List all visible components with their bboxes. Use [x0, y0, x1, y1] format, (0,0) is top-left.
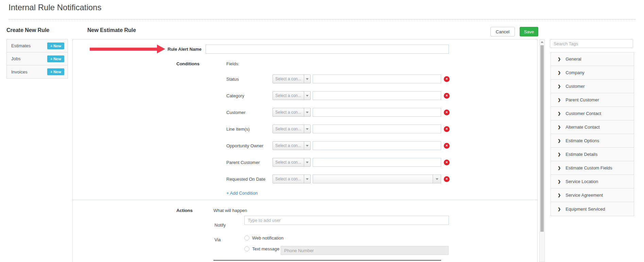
tag-group-parent-customer[interactable]: ❯ Parent Customer	[551, 93, 634, 107]
condition-operator-select[interactable]: Select a con...	[273, 125, 311, 133]
delete-condition-icon[interactable]: ✕	[444, 176, 450, 182]
conditions-rows: Status Select a con... ✕ Category Select…	[226, 75, 450, 191]
text-message-label: Text message	[252, 246, 279, 251]
new-invoice-rule-button[interactable]: + New	[47, 68, 64, 75]
delete-condition-icon[interactable]: ✕	[444, 110, 450, 115]
condition-row-requested-on-date: Requested On Date Select a con... ✕	[226, 175, 450, 183]
condition-row-line-items: Line Item(s) Select a con... ✕	[226, 125, 450, 133]
tag-group-label: Estimate Options	[565, 138, 599, 143]
scrollbar-up-arrow-icon[interactable]	[540, 39, 544, 45]
chevron-right-icon: ❯	[558, 193, 561, 197]
condition-value-input[interactable]	[313, 75, 441, 83]
tag-group-company[interactable]: ❯ Company	[551, 66, 634, 80]
tag-group-general[interactable]: ❯ General	[551, 52, 634, 66]
chevron-right-icon: ❯	[558, 179, 561, 184]
add-condition-link[interactable]: + Add Condition	[226, 191, 258, 196]
tag-group-label: Service Agreement	[565, 193, 603, 198]
condition-field-label: Line Item(s)	[226, 127, 273, 132]
chevron-right-icon: ❯	[558, 70, 561, 75]
tag-group-label: Customer Contact	[565, 111, 601, 116]
annotation-arrow-icon	[90, 45, 165, 53]
select-placeholder-text: Select a con...	[273, 75, 304, 83]
actions-description: What will happen	[213, 208, 247, 213]
delete-condition-icon[interactable]: ✕	[444, 160, 450, 165]
tag-group-estimate-options[interactable]: ❯ Estimate Options	[551, 134, 634, 148]
tag-group-equipment-serviced[interactable]: ❯ Equipment Serviced	[551, 202, 634, 216]
search-tags-input[interactable]	[550, 39, 633, 48]
dropdown-arrow-icon	[304, 158, 310, 166]
cancel-button[interactable]: Cancel	[490, 27, 515, 36]
tag-group-service-agreement[interactable]: ❯ Service Agreement	[551, 189, 634, 202]
tag-group-alternate-contact[interactable]: ❯ Alternate Contact	[551, 120, 634, 134]
select-placeholder-text: Select a con...	[273, 142, 304, 150]
dropdown-arrow-icon	[304, 125, 310, 133]
tag-group-estimate-custom-fields[interactable]: ❯ Estimate Custom Fields	[551, 161, 634, 175]
save-button[interactable]: Save	[520, 27, 538, 36]
condition-field-label: Customer	[226, 110, 273, 115]
new-job-rule-button[interactable]: + New	[47, 55, 64, 62]
condition-operator-select[interactable]: Select a con...	[273, 108, 311, 117]
condition-operator-select[interactable]: Select a con...	[273, 91, 311, 100]
condition-value-dropdown[interactable]	[313, 175, 441, 183]
page-title: Internal Rule Notifications	[8, 3, 101, 12]
tag-accordion-list: ❯ General ❯ Company ❯ Customer ❯ Parent …	[551, 52, 634, 216]
chevron-right-icon: ❯	[558, 166, 561, 170]
delete-condition-icon[interactable]: ✕	[444, 143, 450, 149]
chevron-right-icon: ❯	[558, 138, 561, 143]
scrollbar-thumb[interactable]	[540, 45, 544, 232]
dropdown-arrow-icon	[304, 142, 310, 150]
condition-value-input[interactable]	[313, 91, 441, 100]
delete-condition-icon[interactable]: ✕	[444, 126, 450, 132]
tag-group-estimate-details[interactable]: ❯ Estimate Details	[551, 148, 634, 161]
tag-group-label: Estimate Custom Fields	[565, 165, 612, 170]
delete-condition-icon[interactable]: ✕	[444, 93, 450, 99]
panel-scrollbar[interactable]	[539, 39, 545, 262]
rule-alert-name-input[interactable]	[206, 45, 449, 54]
rule-form-panel: Rule Alert Name Conditions Fields: Statu…	[72, 39, 538, 262]
tag-group-label: Estimate Details	[565, 152, 597, 157]
tag-group-customer-contact[interactable]: ❯ Customer Contact	[551, 107, 634, 120]
section-bottom-divider	[213, 260, 441, 261]
chevron-right-icon: ❯	[558, 111, 561, 116]
condition-field-label: Requested On Date	[226, 177, 273, 182]
text-message-radio[interactable]	[244, 246, 249, 251]
tag-group-label: Alternate Contact	[565, 125, 599, 130]
tag-group-label: Service Location	[565, 179, 598, 184]
dropdown-arrow-icon	[304, 108, 310, 116]
condition-field-label: Opportunity Owner	[226, 143, 273, 148]
condition-field-label: Status	[226, 77, 273, 82]
rule-type-label: Jobs	[11, 56, 20, 61]
condition-value-input[interactable]	[313, 108, 441, 117]
condition-operator-select[interactable]: Select a con...	[273, 75, 311, 83]
condition-row-customer: Customer Select a con... ✕	[226, 108, 450, 117]
condition-value-input[interactable]	[313, 158, 441, 167]
select-placeholder-text: Select a con...	[273, 175, 304, 183]
notify-user-input[interactable]	[244, 216, 449, 225]
tag-group-label: Company	[565, 70, 585, 75]
tag-group-service-location[interactable]: ❯ Service Location	[551, 175, 634, 189]
dropdown-arrow-icon	[433, 175, 441, 183]
chevron-right-icon: ❯	[558, 98, 561, 102]
condition-value-input[interactable]	[313, 141, 441, 150]
rule-type-label: Invoices	[11, 69, 28, 75]
condition-operator-select[interactable]: Select a con...	[273, 141, 311, 150]
tag-group-label: General	[565, 56, 581, 62]
via-option-text-message: Text message	[244, 246, 279, 251]
phone-number-input[interactable]	[281, 246, 449, 255]
new-estimate-rule-button[interactable]: + New	[47, 43, 64, 49]
chevron-right-icon: ❯	[558, 207, 561, 211]
select-placeholder-text: Select a con...	[273, 108, 304, 116]
dropdown-arrow-icon	[304, 75, 310, 83]
condition-operator-select[interactable]: Select a con...	[273, 175, 311, 183]
condition-operator-select[interactable]: Select a con...	[273, 158, 311, 167]
rule-type-list: Estimates + New Jobs + New Invoices + Ne…	[6, 39, 68, 79]
condition-value-input[interactable]	[313, 125, 441, 133]
select-placeholder-text: Select a con...	[273, 125, 304, 133]
delete-condition-icon[interactable]: ✕	[444, 76, 450, 82]
web-notification-radio[interactable]	[244, 235, 249, 241]
create-new-rule-heading: Create New Rule	[6, 27, 49, 33]
tag-group-customer[interactable]: ❯ Customer	[551, 80, 634, 93]
rule-type-row-estimates: Estimates + New	[7, 39, 68, 52]
via-label: Via	[214, 237, 221, 242]
condition-row-status: Status Select a con... ✕	[226, 75, 450, 83]
